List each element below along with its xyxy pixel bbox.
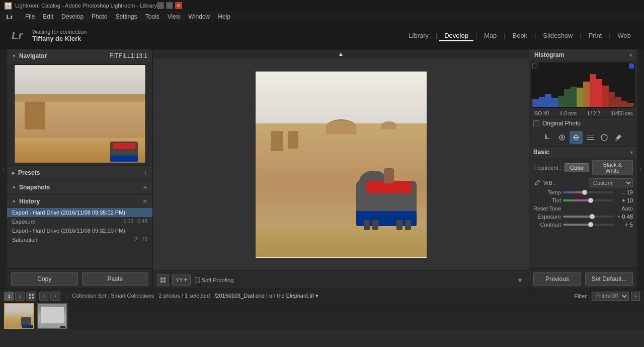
compare-button[interactable]: YY ▾ — [172, 274, 191, 286]
thumb-badge-2 — [60, 322, 65, 327]
exposure-slider-thumb[interactable] — [590, 214, 595, 219]
view-grid-button[interactable] — [26, 292, 36, 301]
nav-map[interactable]: Map — [479, 30, 502, 41]
soft-proofing-toggle[interactable]: Soft Proofing — [194, 277, 234, 283]
temp-slider[interactable] — [563, 191, 613, 193]
histogram-meta: ISO 40 4.8 mm f / 2.2 1/450 sec — [529, 110, 637, 117]
nav-library[interactable]: Library — [404, 30, 434, 41]
wb-dropdown[interactable]: Custom As Shot Auto Daylight Cloudy Shad… — [589, 178, 633, 187]
compare-label: YY — [176, 277, 183, 283]
nav-web[interactable]: Web — [613, 30, 636, 41]
filter-dropdown[interactable]: Filters Off Flagged Rated Colored — [592, 292, 629, 301]
basic-section-header[interactable]: Basic ▾ — [529, 147, 637, 158]
adjustment-brush-icon[interactable] — [612, 131, 625, 144]
contrast-slider-thumb[interactable] — [588, 222, 593, 227]
original-photo-label: Original Photo — [542, 120, 581, 127]
nav-develop[interactable]: Develop — [439, 30, 473, 41]
close-button[interactable]: ✕ — [175, 2, 182, 9]
filter-expand-icon[interactable]: ≡ — [631, 292, 640, 301]
right-panel-collapse-arrow[interactable]: › — [637, 49, 644, 289]
filmstrip-thumb-2[interactable] — [37, 303, 67, 329]
nav-slideshow[interactable]: Slideshow — [538, 30, 578, 41]
zoom-1-1[interactable]: 1:1 — [131, 52, 139, 59]
svg-rect-8 — [587, 139, 594, 140]
svg-rect-17 — [60, 326, 65, 328]
history-item-values: -2 10 — [133, 237, 147, 242]
reset-tone-row: Reset Tone Auto — [529, 204, 637, 213]
view-mode-button[interactable] — [157, 274, 169, 286]
histogram-header[interactable]: Histogram ▾ — [529, 49, 637, 60]
radial-filter-icon[interactable] — [598, 131, 611, 144]
history-item[interactable]: Saturation -2 10 — [7, 235, 152, 244]
graduated-filter-icon[interactable] — [584, 131, 597, 144]
history-close-icon[interactable]: ✕ — [142, 198, 147, 205]
center-panel-top-arrow[interactable]: ▲ — [153, 49, 529, 58]
tint-label: Tint — [533, 197, 561, 203]
menu-develop[interactable]: Develop — [57, 12, 88, 21]
temp-slider-row: Temp – 19 — [529, 188, 637, 196]
menu-tools[interactable]: Tools — [141, 12, 164, 21]
presets-add-icon[interactable]: + — [143, 169, 147, 177]
nav-book[interactable]: Book — [507, 30, 532, 41]
history-item[interactable]: Export - Hard Drive (2016/11/08 09:32:10… — [7, 226, 152, 235]
set-default-button[interactable]: Set Default... — [585, 272, 633, 286]
view-single-button[interactable]: 1 — [4, 292, 14, 301]
menu-photo[interactable]: Photo — [88, 12, 111, 21]
menu-file[interactable]: File — [21, 12, 39, 21]
filmstrip-thumb-1[interactable] — [4, 303, 34, 329]
soft-proofing-checkbox[interactable] — [194, 277, 200, 283]
snapshots-add-icon[interactable]: + — [143, 183, 147, 191]
main-image-area — [153, 58, 529, 270]
snapshots-header[interactable]: ▼ Snapshots + — [7, 180, 152, 194]
left-panel-collapse-arrow[interactable]: ‹ — [0, 49, 7, 289]
tint-slider[interactable] — [563, 199, 613, 201]
histogram-shadow-clip[interactable] — [532, 63, 537, 68]
filmstrip: 1 2 ‹ › | Collection Set : Smart Collect… — [0, 289, 644, 329]
temp-slider-thumb[interactable] — [582, 190, 587, 195]
tint-slider-thumb[interactable] — [588, 198, 593, 203]
minimize-button[interactable]: ─ — [157, 2, 164, 9]
history-item[interactable]: Exposure -0.12 0.48 — [7, 217, 152, 226]
redeye-tool-icon[interactable] — [570, 131, 583, 144]
maximize-button[interactable]: □ — [166, 2, 173, 9]
bw-button[interactable]: Black & White — [592, 160, 633, 175]
svg-rect-13 — [32, 294, 34, 296]
color-button[interactable]: Color — [565, 163, 589, 172]
paste-button[interactable]: Paste — [82, 272, 149, 286]
view-compare-button[interactable]: 2 — [15, 292, 25, 301]
navigator-header[interactable]: ▼ Navigator FIT FILL 1:1 3:1 — [7, 49, 152, 62]
svg-rect-1 — [164, 277, 166, 280]
nav-print[interactable]: Print — [584, 30, 607, 41]
previous-button[interactable]: Previous — [533, 272, 581, 286]
reset-tone-auto[interactable]: Auto — [621, 205, 633, 212]
menu-view[interactable]: View — [164, 12, 185, 21]
menu-edit[interactable]: Edit — [39, 12, 57, 21]
tool-icons-row — [529, 129, 637, 147]
wb-eyedropper-icon[interactable] — [533, 179, 541, 187]
toolbar-menu-icon[interactable]: ▾ — [515, 275, 525, 285]
zoom-fit[interactable]: FIT — [110, 52, 119, 59]
spot-removal-icon[interactable] — [555, 131, 569, 144]
collection-path[interactable]: /20150103_Dad and I on the Elephant.tif … — [214, 293, 318, 299]
basic-expand-icon[interactable]: ▾ — [630, 150, 633, 155]
crop-tool-icon[interactable] — [541, 131, 554, 144]
original-photo-checkbox[interactable] — [533, 120, 539, 126]
history-item[interactable]: Export - Hard Drive (2016/11/08 09:35:02… — [7, 208, 152, 217]
wb-label: WB : — [543, 180, 558, 186]
histogram-expand-icon[interactable]: ▾ — [629, 52, 632, 58]
navigator-preview — [14, 64, 146, 163]
menu-help[interactable]: Help — [214, 12, 234, 21]
copy-button[interactable]: Copy — [11, 272, 78, 286]
menu-settings[interactable]: Settings — [111, 12, 141, 21]
history-header[interactable]: ▼ History ✕ — [7, 195, 152, 208]
presets-header[interactable]: ▶ Presets + — [7, 166, 152, 180]
zoom-3-1[interactable]: 3:1 — [139, 52, 147, 59]
zoom-fill[interactable]: FILL — [119, 52, 131, 59]
histogram-highlight-clip[interactable] — [629, 63, 634, 68]
filmstrip-prev-arrow[interactable]: ‹ — [39, 292, 49, 301]
menu-window[interactable]: Window — [185, 12, 214, 21]
contrast-slider[interactable] — [563, 224, 613, 226]
filmstrip-next-arrow[interactable]: › — [50, 292, 60, 301]
top-nav: Library | Develop | Map | Book | Slidesh… — [404, 30, 636, 41]
exposure-slider[interactable] — [563, 216, 613, 218]
